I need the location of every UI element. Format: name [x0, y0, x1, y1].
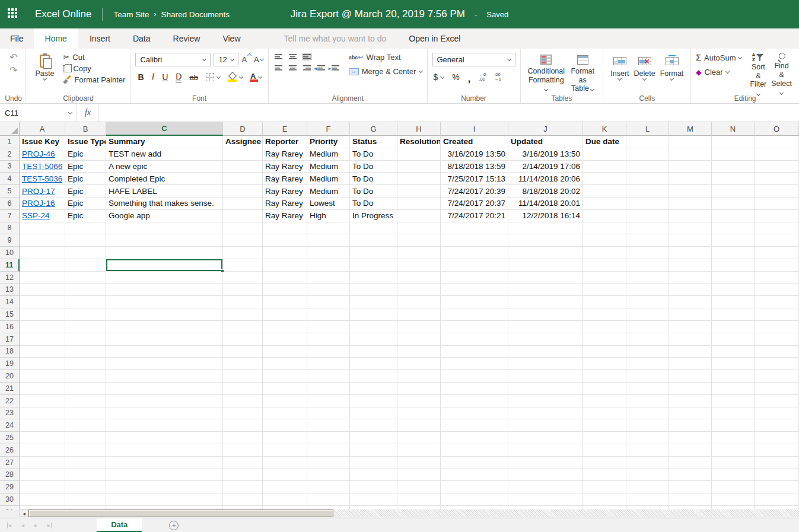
- cell-K5[interactable]: [583, 185, 626, 197]
- cell-M8[interactable]: [669, 222, 712, 235]
- column-header-H[interactable]: H: [397, 122, 441, 136]
- cell-J14[interactable]: [508, 296, 583, 308]
- cell-F11[interactable]: [307, 259, 350, 272]
- cell-E6[interactable]: Ray Rarey: [263, 197, 307, 210]
- cell-G18[interactable]: [350, 346, 397, 358]
- cell-M15[interactable]: [669, 308, 712, 321]
- column-header-O[interactable]: O: [755, 122, 799, 136]
- cell-E14[interactable]: [263, 296, 307, 308]
- cell-C3[interactable]: A new epic: [106, 161, 223, 173]
- cell-H23[interactable]: [397, 407, 441, 420]
- cell-H6[interactable]: [397, 197, 441, 210]
- cell-A28[interactable]: [20, 469, 65, 482]
- cell-D29[interactable]: [223, 481, 263, 493]
- cell-A9[interactable]: [20, 234, 65, 247]
- cell-E24[interactable]: [263, 419, 307, 432]
- align-center-button[interactable]: [288, 64, 298, 72]
- cell-M26[interactable]: [669, 444, 712, 457]
- column-header-J[interactable]: J: [508, 122, 583, 136]
- column-header-N[interactable]: N: [712, 122, 755, 136]
- cell-E2[interactable]: Ray Rarey: [263, 148, 307, 161]
- cell-K2[interactable]: [583, 148, 626, 161]
- cell-N15[interactable]: [712, 308, 755, 321]
- cell-B4[interactable]: Epic: [65, 173, 106, 185]
- cell-K22[interactable]: [583, 395, 626, 407]
- app-launcher-icon[interactable]: [8, 8, 20, 20]
- open-in-excel-button[interactable]: Open in Excel: [403, 28, 466, 49]
- cell-F21[interactable]: [307, 383, 350, 395]
- cell-K24[interactable]: [583, 419, 626, 432]
- cell-M7[interactable]: [669, 210, 712, 222]
- cell-G22[interactable]: [350, 395, 397, 407]
- cell-F5[interactable]: Medium: [307, 185, 350, 197]
- cell-B22[interactable]: [65, 395, 106, 407]
- comma-style-button[interactable]: ,: [468, 72, 471, 82]
- cell-J7[interactable]: 12/2/2018 16:14: [508, 210, 583, 222]
- cell-D9[interactable]: [223, 234, 263, 247]
- cell-I21[interactable]: [441, 383, 508, 395]
- row-header-23[interactable]: 23: [0, 407, 20, 420]
- cell-C10[interactable]: [106, 247, 223, 259]
- align-top-button[interactable]: [273, 53, 284, 60]
- cell-L20[interactable]: [626, 370, 669, 383]
- cell-A27[interactable]: [20, 457, 65, 469]
- align-right-button[interactable]: [302, 64, 312, 72]
- cell-M6[interactable]: [669, 197, 712, 210]
- cell-D14[interactable]: [223, 296, 263, 308]
- cell-N17[interactable]: [712, 333, 755, 346]
- cell-I26[interactable]: [441, 444, 508, 457]
- cell-A2[interactable]: PROJ-46: [20, 148, 65, 161]
- cell-K23[interactable]: [583, 407, 626, 420]
- insert-cells-button[interactable]: ← Insert: [608, 53, 631, 93]
- cell-M23[interactable]: [669, 407, 712, 420]
- cell-M11[interactable]: [669, 259, 712, 272]
- app-name[interactable]: Excel Online: [35, 8, 91, 20]
- cell-J18[interactable]: [508, 346, 583, 358]
- row-header-30[interactable]: 30: [0, 493, 20, 506]
- column-header-M[interactable]: M: [669, 122, 712, 136]
- cell-A16[interactable]: [20, 321, 65, 333]
- cell-A21[interactable]: [20, 383, 65, 395]
- cell-L24[interactable]: [626, 419, 669, 432]
- previous-sheet-icon[interactable]: ◂: [21, 523, 24, 528]
- underline-button[interactable]: U: [162, 73, 168, 81]
- cell-M25[interactable]: [669, 432, 712, 444]
- cell-E3[interactable]: Ray Rarey: [263, 161, 307, 173]
- cell-L13[interactable]: [626, 284, 669, 297]
- cell-O17[interactable]: [755, 333, 799, 346]
- cell-K4[interactable]: [583, 173, 626, 185]
- increase-decimal-button[interactable]: ←0.00: [479, 72, 486, 82]
- cell-N22[interactable]: [712, 395, 755, 407]
- cell-J2[interactable]: 3/16/2019 13:50: [508, 148, 583, 161]
- cell-I23[interactable]: [441, 407, 508, 420]
- cell-A4[interactable]: TEST-5036: [20, 173, 65, 185]
- delete-cells-button[interactable]: ✕ Delete: [632, 53, 658, 93]
- row-header-17[interactable]: 17: [0, 333, 20, 346]
- cell-B23[interactable]: [65, 407, 106, 420]
- cell-L28[interactable]: [626, 469, 669, 482]
- cell-J28[interactable]: [508, 469, 583, 482]
- cell-N7[interactable]: [712, 210, 755, 222]
- cell-I11[interactable]: [441, 259, 508, 272]
- cell-M1[interactable]: [669, 136, 712, 148]
- cell-N14[interactable]: [712, 296, 755, 308]
- cell-O2[interactable]: [755, 148, 799, 161]
- cell-C17[interactable]: [106, 333, 223, 346]
- cell-O13[interactable]: [755, 284, 799, 297]
- cell-F13[interactable]: [307, 284, 350, 297]
- cell-N9[interactable]: [712, 234, 755, 247]
- cell-H12[interactable]: [397, 272, 441, 284]
- cell-D23[interactable]: [223, 407, 263, 420]
- cell-A13[interactable]: [20, 284, 65, 297]
- formula-input[interactable]: [99, 104, 799, 122]
- cell-D7[interactable]: [223, 210, 263, 222]
- cell-F24[interactable]: [307, 419, 350, 432]
- cell-L1[interactable]: [626, 136, 669, 148]
- cell-I30[interactable]: [441, 493, 508, 506]
- cell-O14[interactable]: [755, 296, 799, 308]
- row-header-7[interactable]: 7: [0, 210, 20, 222]
- cell-I27[interactable]: [441, 457, 508, 469]
- cell-D22[interactable]: [223, 395, 263, 407]
- cell-K13[interactable]: [583, 284, 626, 297]
- cell-O7[interactable]: [755, 210, 799, 222]
